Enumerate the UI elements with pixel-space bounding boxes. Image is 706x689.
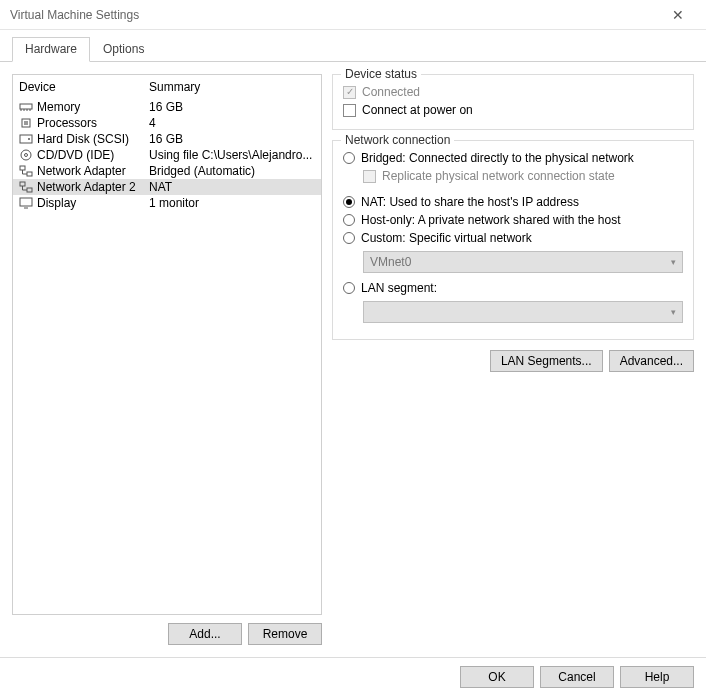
device-row-netadapter2[interactable]: Network Adapter 2 NAT [13, 179, 321, 195]
lansegment-combo: ▾ [363, 301, 683, 323]
ok-button[interactable]: OK [460, 666, 534, 688]
device-row-harddisk[interactable]: Hard Disk (SCSI) 16 GB [13, 131, 321, 147]
svg-rect-7 [20, 135, 32, 143]
network-connection-legend: Network connection [341, 133, 454, 147]
tab-options[interactable]: Options [90, 37, 157, 62]
replicate-label: Replicate physical network connection st… [382, 169, 615, 183]
cd-icon [19, 149, 33, 161]
help-button[interactable]: Help [620, 666, 694, 688]
hostonly-radio[interactable] [343, 214, 355, 226]
device-row-netadapter[interactable]: Network Adapter Bridged (Automatic) [13, 163, 321, 179]
tabstrip: Hardware Options [0, 30, 706, 62]
nat-label: NAT: Used to share the host's IP address [361, 195, 579, 209]
connected-checkbox: ✓ [343, 86, 356, 99]
svg-rect-15 [20, 198, 32, 206]
svg-point-8 [28, 138, 30, 140]
cpu-icon [19, 117, 33, 129]
device-row-cddvd[interactable]: CD/DVD (IDE) Using file C:\Users\Alejand… [13, 147, 321, 163]
svg-rect-12 [27, 172, 32, 176]
lansegment-label: LAN segment: [361, 281, 437, 295]
svg-rect-11 [20, 166, 25, 170]
titlebar: Virtual Machine Settings ✕ [0, 0, 706, 30]
bridged-label: Bridged: Connected directly to the physi… [361, 151, 634, 165]
col-device: Device [19, 80, 149, 94]
disk-icon [19, 133, 33, 145]
device-row-memory[interactable]: Memory 16 GB [13, 99, 321, 115]
close-icon[interactable]: ✕ [658, 7, 698, 23]
lan-segments-button[interactable]: LAN Segments... [490, 350, 603, 372]
replicate-checkbox [363, 170, 376, 183]
connected-label: Connected [362, 85, 420, 99]
poweron-label: Connect at power on [362, 103, 473, 117]
svg-point-9 [21, 150, 31, 160]
bridged-radio[interactable] [343, 152, 355, 164]
network-connection-group: Network connection Bridged: Connected di… [332, 140, 694, 340]
custom-label: Custom: Specific virtual network [361, 231, 532, 245]
cancel-button[interactable]: Cancel [540, 666, 614, 688]
network-icon [19, 181, 33, 193]
svg-rect-0 [20, 104, 32, 109]
network-icon [19, 165, 33, 177]
remove-button[interactable]: Remove [248, 623, 322, 645]
poweron-checkbox[interactable] [343, 104, 356, 117]
display-icon [19, 197, 33, 209]
device-status-legend: Device status [341, 67, 421, 81]
lansegment-radio[interactable] [343, 282, 355, 294]
device-status-group: Device status ✓ Connected Connect at pow… [332, 74, 694, 130]
svg-rect-13 [20, 182, 25, 186]
dialog-footer: OK Cancel Help [0, 657, 706, 689]
memory-icon [19, 101, 33, 113]
tab-hardware[interactable]: Hardware [12, 37, 90, 62]
col-summary: Summary [149, 80, 200, 94]
device-row-display[interactable]: Display 1 monitor [13, 195, 321, 211]
custom-radio[interactable] [343, 232, 355, 244]
hostonly-label: Host-only: A private network shared with… [361, 213, 620, 227]
custom-vmnet-combo: VMnet0 ▾ [363, 251, 683, 273]
device-list-header: Device Summary [13, 75, 321, 99]
svg-point-10 [25, 154, 28, 157]
add-button[interactable]: Add... [168, 623, 242, 645]
window-title: Virtual Machine Settings [10, 8, 139, 22]
chevron-down-icon: ▾ [671, 307, 676, 317]
advanced-button[interactable]: Advanced... [609, 350, 694, 372]
svg-rect-14 [27, 188, 32, 192]
svg-rect-6 [24, 121, 28, 125]
nat-radio[interactable] [343, 196, 355, 208]
device-list: Device Summary Memory 16 GB Processors 4… [12, 74, 322, 615]
device-row-processors[interactable]: Processors 4 [13, 115, 321, 131]
chevron-down-icon: ▾ [671, 257, 676, 267]
